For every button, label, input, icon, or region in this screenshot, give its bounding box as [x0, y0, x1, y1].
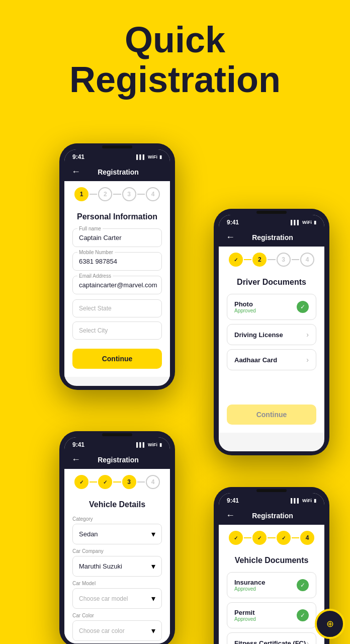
step-4: 4 — [146, 187, 160, 201]
chevron-down-icon-3: ▾ — [151, 594, 155, 603]
model-label: Car Model — [72, 581, 162, 586]
city-select[interactable]: Select City — [72, 321, 162, 340]
phone-4-vehicle-docs: 9:41 ▌▌▌ WiFi ▮ ← Registration ✓ ✓ ✓ 4 V… — [214, 487, 329, 644]
step-3-2: ✓ — [98, 475, 112, 489]
chevron-down-icon: ▾ — [151, 529, 155, 539]
decorative-circle: ⊕ — [315, 609, 345, 639]
phone-3-vehicle-details: 9:41 ▌▌▌ WiFi ▮ ← Registration ✓ ✓ 3 4 V… — [59, 431, 175, 644]
mobile-label: Mobile Number — [77, 250, 115, 255]
phone-1-personal-info: 9:41 ▌▌▌ WiFi ▮ ← Registration 1 2 3 4 P… — [59, 143, 175, 390]
category-label: Category — [72, 516, 162, 522]
step-2-2: 2 — [252, 253, 267, 267]
company-label: Car Company — [72, 548, 162, 554]
city-field[interactable]: Select City — [72, 321, 162, 340]
nav-title-2: Registration — [240, 233, 305, 242]
chevron-down-icon-4: ▾ — [151, 626, 155, 635]
step-3-3: 3 — [122, 475, 136, 489]
step-indicator: 1 2 3 4 — [64, 181, 170, 207]
step-2-3: 3 — [277, 253, 291, 267]
state-field[interactable]: Select State — [72, 299, 162, 317]
back-button-2[interactable]: ← — [226, 232, 235, 243]
doc-photo[interactable]: Photo Approved ✓ — [227, 294, 316, 320]
header: Quick Registration — [0, 0, 350, 110]
status-time-4: 9:41 — [227, 497, 239, 504]
step-2-1: ✓ — [229, 253, 243, 267]
step-indicator-3: ✓ ✓ 3 4 — [64, 469, 170, 495]
back-button-3[interactable]: ← — [71, 454, 80, 465]
phone-2-driver-docs: 9:41 ▌▌▌ WiFi ▮ ← Registration ✓ 2 3 4 D… — [214, 209, 329, 455]
model-dropdown[interactable]: Choose car model ▾ — [72, 588, 162, 609]
category-value: Sedan — [79, 530, 98, 538]
doc-aadhaar-name: Aadhaar Card — [234, 356, 277, 364]
doc-photo-name: Photo — [234, 300, 256, 308]
color-dropdown[interactable]: Choose car color ▾ — [72, 620, 162, 641]
company-value: Maruthi Suzuki — [79, 562, 122, 570]
doc-fitness-name: Fitness Certificate (FC) — [234, 639, 306, 645]
chevron-icon-2: › — [306, 356, 309, 364]
doc-permit[interactable]: Permit Approved ✓ — [227, 602, 316, 628]
doc-photo-status: Approved — [234, 308, 256, 313]
doc-permit-check: ✓ — [297, 609, 309, 621]
doc-driving-license[interactable]: Driving License › — [227, 324, 316, 345]
continue-button[interactable]: Continue — [72, 349, 162, 369]
form-title: Personal Information — [72, 207, 162, 228]
form-title-2: Driver Documents — [227, 273, 316, 294]
status-time-3: 9:41 — [72, 441, 84, 448]
step-4-2: ✓ — [252, 531, 267, 545]
category-dropdown[interactable]: Sedan ▾ — [72, 524, 162, 544]
doc-aadhaar[interactable]: Aadhaar Card › — [227, 349, 316, 370]
doc-insurance[interactable]: Insurance Approved ✓ — [227, 572, 316, 598]
full-name-label: Full name — [77, 226, 103, 231]
page-title: Quick Registration — [10, 20, 340, 100]
form-title-4: Vehicle Documents — [227, 551, 316, 572]
nav-title-4: Registration — [240, 512, 305, 520]
step-1: 1 — [74, 187, 89, 201]
step-4-4: 4 — [300, 531, 314, 545]
step-indicator-2: ✓ 2 3 4 — [219, 247, 324, 273]
color-placeholder: Choose car color — [79, 627, 125, 634]
doc-fitness[interactable]: Fitness Certificate (FC) › — [227, 632, 316, 644]
doc-permit-name: Permit — [234, 609, 256, 616]
doc-insurance-status: Approved — [234, 586, 265, 592]
step-4-1: ✓ — [229, 531, 243, 545]
step-4-3: ✓ — [277, 531, 291, 545]
model-placeholder: Choose car model — [79, 595, 128, 602]
step-3: 3 — [122, 187, 136, 201]
email-field: Email Address captaincarter@marvel.com — [72, 276, 162, 294]
status-time: 9:41 — [72, 153, 84, 160]
step-2-4: 4 — [300, 253, 314, 267]
doc-insurance-name: Insurance — [234, 579, 265, 586]
email-label: Email Address — [77, 273, 113, 279]
form-title-3: Vehicle Details — [72, 495, 162, 516]
doc-photo-check: ✓ — [297, 301, 309, 313]
step-2: 2 — [98, 187, 112, 201]
chevron-down-icon-2: ▾ — [151, 561, 155, 571]
step-3-1: ✓ — [74, 475, 89, 489]
company-dropdown[interactable]: Maruthi Suzuki ▾ — [72, 556, 162, 577]
doc-insurance-check: ✓ — [297, 579, 309, 591]
mobile-field: Mobile Number 6381 987854 — [72, 252, 162, 271]
chevron-icon-3: › — [306, 639, 309, 644]
doc-license-name: Driving License — [234, 331, 283, 339]
full-name-field: Full name Captain Carter — [72, 228, 162, 247]
back-button[interactable]: ← — [71, 167, 80, 177]
back-button-4[interactable]: ← — [226, 510, 235, 521]
step-indicator-4: ✓ ✓ ✓ 4 — [219, 525, 324, 551]
nav-title: Registration — [85, 168, 151, 176]
step-3-4: 4 — [146, 475, 160, 489]
chevron-icon: › — [306, 331, 309, 339]
nav-title-3: Registration — [85, 456, 151, 464]
continue-button-2[interactable]: Continue — [227, 405, 316, 425]
status-time-2: 9:41 — [227, 219, 239, 226]
state-select[interactable]: Select State — [72, 299, 162, 317]
doc-permit-status: Approved — [234, 616, 256, 622]
color-label: Car Color — [72, 613, 162, 618]
